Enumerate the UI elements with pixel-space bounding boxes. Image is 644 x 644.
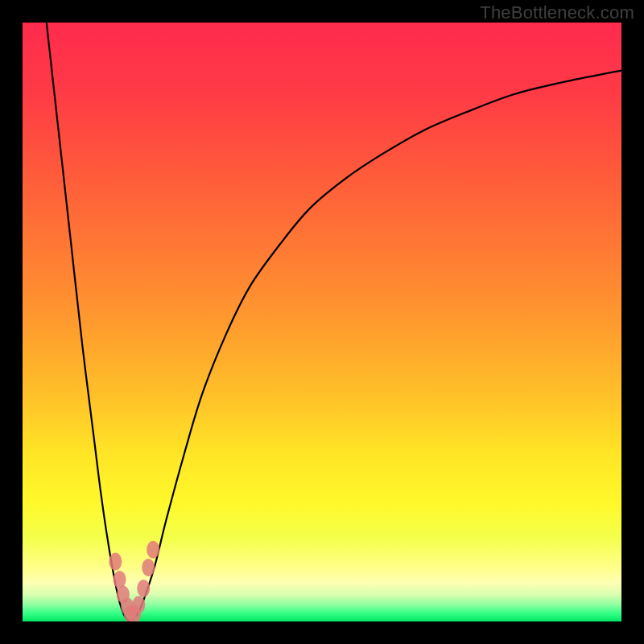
curve-marker xyxy=(132,596,145,613)
curve-marker xyxy=(142,559,155,576)
plot-area xyxy=(23,23,621,621)
curve-marker xyxy=(147,541,159,559)
watermark-text: TheBottleneck.com xyxy=(480,2,634,23)
curve-layer xyxy=(23,23,621,621)
curve-markers xyxy=(109,541,159,621)
bottleneck-curve xyxy=(47,23,621,621)
chart-frame: TheBottleneck.com xyxy=(0,0,644,644)
curve-marker xyxy=(137,580,150,597)
curve-marker xyxy=(114,571,126,588)
curve-marker xyxy=(109,553,122,571)
